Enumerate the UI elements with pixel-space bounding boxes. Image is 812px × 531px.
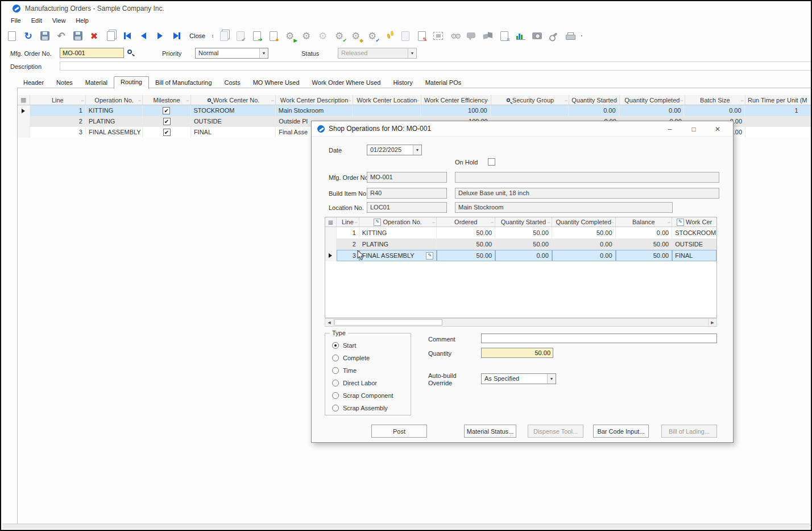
column-work-center-location[interactable]: Work Center Location⇔ <box>353 95 421 105</box>
tab-material[interactable]: Material <box>79 77 114 88</box>
column-quantity-completed[interactable]: Quantity Completed⇔ <box>552 217 616 227</box>
delete-icon[interactable]: ✖ <box>86 28 102 44</box>
close-button[interactable]: Close <box>185 31 210 41</box>
column-work-center-no[interactable]: Work Center No.⇔ <box>191 95 276 105</box>
last-record-icon[interactable] <box>168 28 185 44</box>
quantity-input[interactable]: 50.00 <box>481 348 553 358</box>
checked-icon[interactable]: ✔ <box>163 129 171 136</box>
doc-check-icon[interactable]: ✔ <box>232 28 248 44</box>
snapshot-icon[interactable] <box>529 28 545 44</box>
menu-view[interactable]: View <box>47 16 71 27</box>
column-milestone[interactable]: Milestone⇔ <box>143 95 191 105</box>
chart-icon[interactable] <box>512 28 529 44</box>
column-line[interactable]: Line⇔ <box>337 217 359 227</box>
description-input[interactable] <box>60 61 811 71</box>
tab-header[interactable]: Header <box>17 77 50 88</box>
radio-time[interactable]: Time <box>332 367 357 374</box>
on-hold-checkbox[interactable] <box>488 158 495 166</box>
mfg-order-input[interactable]: MO-001 <box>60 48 124 58</box>
undo-icon[interactable]: ↶ <box>53 28 69 44</box>
doc-export-icon[interactable]: ➜ <box>248 28 265 44</box>
select-all-cell[interactable]: ▦ <box>325 217 337 227</box>
tab-work-order-where-used[interactable]: Work Order Where Used <box>306 77 387 88</box>
menu-help[interactable]: Help <box>71 16 94 27</box>
column-batch-size[interactable]: Batch Size⇔ <box>685 95 745 105</box>
gear-icon[interactable]: ⚙ <box>298 28 314 44</box>
tab-bill-of-manufacturing[interactable]: Bill of Manufacturing <box>149 77 218 88</box>
footprints-icon[interactable] <box>380 28 397 44</box>
tab-costs[interactable]: Costs <box>218 77 247 88</box>
save-icon[interactable] <box>36 28 53 44</box>
maximize-icon[interactable]: □ <box>682 121 706 137</box>
column-quantity-started[interactable]: Quantity Started⇔ <box>569 95 619 105</box>
radio-scrap-assembly[interactable]: Scrap Assembly <box>332 405 388 411</box>
autobuild-select[interactable]: As Specified▼ <box>481 373 556 384</box>
report-doc-icon[interactable]: ≈ <box>496 28 512 44</box>
scrollbar-thumb[interactable] <box>334 319 442 326</box>
tab-mo-where-used[interactable]: MO Where Used <box>247 77 306 88</box>
column-quantity-completed[interactable]: Quantity Completed⇔ <box>620 95 685 105</box>
refresh-icon[interactable]: ↻ <box>20 28 36 44</box>
copy-special-icon[interactable] <box>216 28 232 44</box>
comment-bubble-icon[interactable] <box>463 28 479 44</box>
comment-input[interactable] <box>481 334 717 343</box>
radio-direct-labor[interactable]: Direct Labor <box>332 380 377 386</box>
minimize-icon[interactable]: – <box>658 121 682 137</box>
gear-check-icon[interactable]: ⚙✔ <box>331 28 347 44</box>
preview-window-icon[interactable] <box>430 28 446 44</box>
select-all-cell[interactable]: ▦ <box>18 95 30 105</box>
column-operation-no[interactable]: ✎Operation No.⇔ <box>359 217 437 227</box>
table-row-selected[interactable]: 3 FINAL ASSEMBLY✎ 50.00 0.00 0.00 50.00 … <box>325 250 716 261</box>
column-operation-no[interactable]: Operation No.⇔ <box>86 95 143 105</box>
column-ordered[interactable]: Ordered⇔ <box>437 217 495 227</box>
tools-icon[interactable] <box>545 28 562 44</box>
tab-material-pos[interactable]: Material POs <box>419 77 468 88</box>
menu-edit[interactable]: Edit <box>26 16 47 27</box>
tab-notes[interactable]: Notes <box>50 77 79 88</box>
grid-horizontal-scrollbar[interactable]: ◀ ▶ <box>325 318 717 327</box>
search-icon[interactable] <box>127 50 132 54</box>
new-icon[interactable] <box>3 28 20 44</box>
column-work-center-description[interactable]: Work Center Description⇔ <box>276 95 353 105</box>
gear-tools-icon[interactable]: ⚙◆ <box>347 28 364 44</box>
print-icon[interactable] <box>562 28 578 44</box>
tab-history[interactable]: History <box>387 77 419 88</box>
toolbar-overflow[interactable] <box>581 35 583 36</box>
material-status-button[interactable]: Material Status... <box>464 425 516 438</box>
column-quantity-started[interactable]: Quantity Started⇔ <box>495 217 552 227</box>
tab-routing[interactable]: Routing <box>114 76 149 89</box>
date-picker[interactable]: 01/22/2025▼ <box>367 145 422 155</box>
close-icon[interactable]: ✕ <box>706 121 730 137</box>
radio-scrap-component[interactable]: Scrap Component <box>332 392 393 399</box>
checked-icon[interactable]: ✔ <box>163 107 170 114</box>
table-row[interactable]: 1 KITTING 50.00 50.00 50.00 0.00 STOCKRO… <box>325 227 716 238</box>
priority-select[interactable]: Normal▼ <box>195 48 268 59</box>
copy-icon[interactable] <box>102 28 119 44</box>
menu-file[interactable]: File <box>6 16 26 27</box>
table-row[interactable]: 2 PLATING 50.00 50.00 0.00 50.00 OUTSIDE <box>325 238 716 250</box>
scroll-left-icon[interactable]: ◀ <box>325 319 334 326</box>
column-work-center-efficiency[interactable]: Work Center Efficiency⇔ <box>421 95 491 105</box>
table-row[interactable]: 1 KITTING ✔ STOCKROOM Main Stockroom 100… <box>18 105 812 116</box>
edit-notes-icon[interactable]: ✎ <box>413 28 430 44</box>
column-security-group[interactable]: Security Group⇔ <box>491 95 570 105</box>
radio-complete[interactable]: Complete <box>332 355 370 361</box>
doc-import-icon[interactable]: ● <box>265 28 281 44</box>
gear-verify-icon[interactable]: ⚙✔ <box>364 28 380 44</box>
radio-start[interactable]: Start <box>332 342 356 349</box>
doc-disabled-icon[interactable] <box>397 28 413 44</box>
bar-code-input-button[interactable]: Bar Code Input... <box>593 425 649 438</box>
column-balance[interactable]: Balance⇔ <box>616 217 673 227</box>
components-icon[interactable] <box>479 28 496 44</box>
scroll-right-icon[interactable]: ▶ <box>708 319 716 326</box>
column-line[interactable]: Line⇔ <box>30 95 86 105</box>
column-run-time[interactable]: Run Time per Unit (M <box>745 95 812 105</box>
process-gear-icon[interactable]: ⚙▶ <box>281 28 298 44</box>
column-work-center[interactable]: ✎Work Cer <box>672 217 716 227</box>
next-record-icon[interactable] <box>152 28 168 44</box>
gear-alt-icon[interactable]: ⚙ <box>314 28 331 44</box>
cell-edit-icon[interactable]: ✎ <box>426 252 433 260</box>
previous-record-icon[interactable] <box>135 28 152 44</box>
checked-icon[interactable]: ✔ <box>163 118 171 125</box>
save-as-icon[interactable] <box>69 28 86 44</box>
